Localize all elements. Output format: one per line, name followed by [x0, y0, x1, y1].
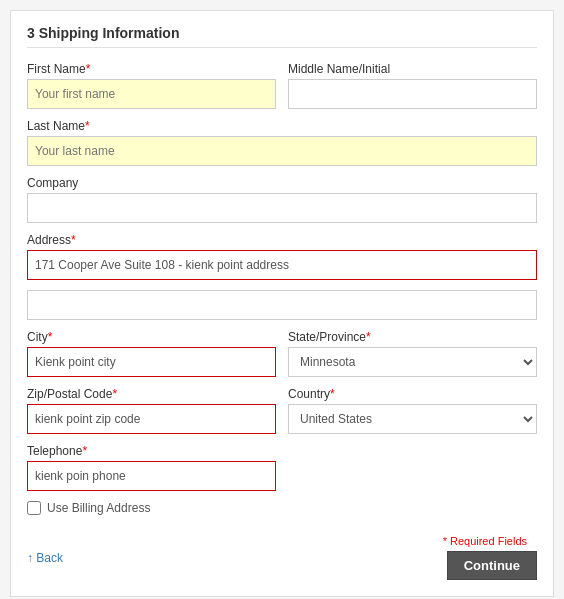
required-note: * Required Fields — [443, 535, 527, 547]
address-group: Address* — [27, 233, 537, 280]
zip-input[interactable] — [27, 404, 276, 434]
back-link[interactable]: ↑ Back — [27, 551, 63, 565]
use-billing-label: Use Billing Address — [47, 501, 150, 515]
state-select[interactable]: Minnesota Alabama Alaska Arizona Califor… — [288, 347, 537, 377]
zip-country-row: Zip/Postal Code* Country* United States … — [27, 387, 537, 434]
company-row: Company — [27, 176, 537, 223]
telephone-input[interactable] — [27, 461, 276, 491]
footer-left: ↑ Back — [27, 551, 63, 565]
last-name-input[interactable] — [27, 136, 537, 166]
middle-name-group: Middle Name/Initial — [288, 62, 537, 109]
last-name-row: Last Name* — [27, 119, 537, 166]
form-footer: ↑ Back * Required Fields Continue — [27, 527, 537, 580]
middle-name-label: Middle Name/Initial — [288, 62, 537, 76]
company-group: Company — [27, 176, 537, 223]
first-name-input[interactable] — [27, 79, 276, 109]
use-billing-row: Use Billing Address — [27, 501, 537, 515]
zip-label: Zip/Postal Code* — [27, 387, 276, 401]
first-name-label: First Name* — [27, 62, 276, 76]
company-label: Company — [27, 176, 537, 190]
telephone-row: Telephone* — [27, 444, 537, 491]
telephone-label: Telephone* — [27, 444, 276, 458]
last-name-label: Last Name* — [27, 119, 537, 133]
first-name-group: First Name* — [27, 62, 276, 109]
section-title: 3 Shipping Information — [27, 25, 537, 48]
zip-group: Zip/Postal Code* — [27, 387, 276, 434]
company-input[interactable] — [27, 193, 537, 223]
address1-input[interactable] — [27, 250, 537, 280]
address2-input[interactable] — [27, 290, 537, 320]
middle-name-input[interactable] — [288, 79, 537, 109]
state-group: State/Province* Minnesota Alabama Alaska… — [288, 330, 537, 377]
shipping-form-container: 3 Shipping Information First Name* Middl… — [10, 10, 554, 597]
address2-row — [27, 290, 537, 320]
last-name-group: Last Name* — [27, 119, 537, 166]
country-label: Country* — [288, 387, 537, 401]
country-select[interactable]: United States Canada United Kingdom Aust… — [288, 404, 537, 434]
state-label: State/Province* — [288, 330, 537, 344]
footer-right: * Required Fields Continue — [443, 535, 537, 580]
address2-group — [27, 290, 537, 320]
telephone-group: Telephone* — [27, 444, 276, 491]
address-label-row: Address* — [27, 233, 537, 280]
name-row: First Name* Middle Name/Initial — [27, 62, 537, 109]
city-group: City* — [27, 330, 276, 377]
city-state-row: City* State/Province* Minnesota Alabama … — [27, 330, 537, 377]
continue-button[interactable]: Continue — [447, 551, 537, 580]
address-label: Address* — [27, 233, 537, 247]
city-input[interactable] — [27, 347, 276, 377]
country-group: Country* United States Canada United Kin… — [288, 387, 537, 434]
use-billing-checkbox[interactable] — [27, 501, 41, 515]
city-label: City* — [27, 330, 276, 344]
